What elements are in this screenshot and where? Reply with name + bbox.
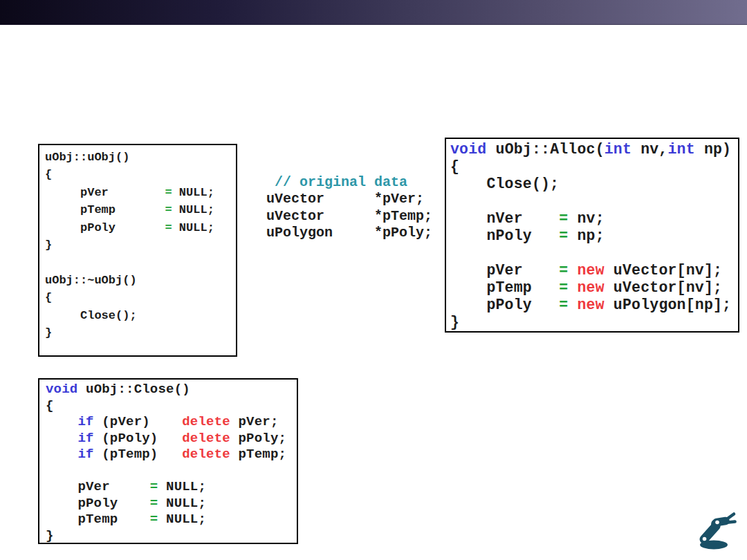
code-token: np) bbox=[695, 141, 731, 158]
code-token: } bbox=[46, 528, 54, 543]
code-token: if bbox=[77, 447, 93, 462]
robot-arm-icon bbox=[695, 511, 737, 550]
code-line: nPoly = np; bbox=[450, 227, 734, 245]
code-token bbox=[46, 447, 77, 462]
code-token: = bbox=[559, 279, 568, 296]
code-token: = bbox=[150, 479, 158, 494]
code-line: pVer = new uVector[nv]; bbox=[450, 262, 734, 279]
code-line: { bbox=[45, 289, 230, 306]
code-line: { bbox=[45, 166, 230, 183]
code-line: { bbox=[46, 398, 290, 415]
code-token bbox=[46, 414, 77, 429]
code-token: { bbox=[46, 398, 54, 413]
code-line: uPolygon *pPoly; bbox=[266, 225, 432, 241]
code-line: pTemp = new uVector[nv]; bbox=[450, 279, 734, 297]
code-token: uVector *pVer; bbox=[266, 191, 424, 207]
code-token: void bbox=[46, 382, 77, 397]
code-line: pVer = NULL; bbox=[46, 479, 290, 496]
code-line: if (pPoly) delete pPoly; bbox=[46, 431, 290, 447]
code-line bbox=[46, 463, 290, 480]
code-token: = bbox=[559, 297, 568, 313]
code-token: nVer bbox=[450, 210, 559, 227]
code-token: pVer bbox=[45, 186, 165, 199]
code-token: pVer bbox=[450, 262, 559, 279]
code-token: int bbox=[605, 141, 631, 158]
code-line: Close(); bbox=[450, 176, 734, 193]
code-token: (pVer) bbox=[94, 414, 183, 429]
code-token: uObj::~uObj() bbox=[45, 274, 137, 287]
code-token: pTemp; bbox=[230, 447, 286, 462]
code-token: pPoly bbox=[450, 297, 559, 313]
code-line: pPoly = new uPolygon[np]; bbox=[450, 297, 734, 314]
code-token: np; bbox=[568, 227, 604, 244]
code-box-constructor-destructor: uObj::uObj(){ pVer = NULL; pTemp = NULL;… bbox=[38, 144, 237, 357]
code-token: // original data bbox=[266, 174, 407, 190]
code-token: new bbox=[577, 279, 604, 296]
code-token: Close(); bbox=[450, 176, 559, 192]
code-token: uObj::uObj() bbox=[45, 151, 129, 164]
code-token: delete bbox=[182, 431, 230, 446]
code-line: pTemp = NULL; bbox=[45, 201, 230, 218]
code-token: NULL; bbox=[158, 479, 206, 494]
code-token: = bbox=[165, 186, 172, 199]
code-token: pTemp bbox=[46, 512, 150, 527]
code-line: void uObj::Close() bbox=[46, 382, 290, 398]
code-line: pPoly = NULL; bbox=[46, 496, 290, 512]
code-token: pPoly bbox=[45, 221, 165, 234]
code-box-alloc-method: void uObj::Alloc(int nv,int np){ Close()… bbox=[445, 138, 739, 333]
code-token: } bbox=[45, 326, 52, 339]
code-line: { bbox=[450, 158, 734, 176]
code-token: uObj::Alloc( bbox=[486, 141, 604, 158]
code-token: uVector *pTemp; bbox=[266, 208, 432, 224]
code-token: void bbox=[450, 141, 486, 158]
code-line bbox=[45, 254, 230, 271]
code-line: if (pTemp) delete pTemp; bbox=[46, 447, 290, 463]
code-token: NULL; bbox=[172, 221, 214, 234]
code-token: uObj::Close() bbox=[77, 382, 190, 397]
code-line: uVector *pTemp; bbox=[266, 208, 432, 225]
code-token: { bbox=[450, 158, 459, 175]
code-token: Close(); bbox=[45, 309, 137, 322]
code-token: = bbox=[165, 221, 172, 234]
code-line: uVector *pVer; bbox=[266, 191, 432, 207]
code-token: NULL; bbox=[172, 186, 214, 199]
code-line bbox=[450, 193, 734, 210]
code-token: nv, bbox=[631, 141, 667, 158]
code-token: new bbox=[577, 297, 604, 313]
code-line: void uObj::Alloc(int nv,int np) bbox=[450, 141, 734, 158]
code-line: } bbox=[45, 236, 230, 254]
code-line: pPoly = NULL; bbox=[45, 219, 230, 236]
code-token: nPoly bbox=[450, 227, 559, 244]
code-token: nv; bbox=[568, 210, 604, 227]
code-token: pTemp bbox=[45, 203, 165, 216]
code-token: pTemp bbox=[450, 279, 559, 296]
code-token: } bbox=[45, 239, 52, 252]
code-line: // original data bbox=[266, 174, 432, 191]
code-token: pVer; bbox=[230, 414, 279, 429]
code-line bbox=[450, 245, 734, 262]
code-token: uPolygon[np]; bbox=[605, 297, 731, 313]
code-box-close-method: void uObj::Close(){ if (pVer) delete pVe… bbox=[38, 378, 298, 544]
code-token: = bbox=[559, 227, 568, 244]
code-token: pPoly bbox=[46, 496, 150, 511]
code-token bbox=[568, 297, 577, 313]
code-token: if bbox=[77, 414, 93, 429]
code-token: int bbox=[667, 141, 694, 158]
code-line: } bbox=[45, 324, 230, 342]
code-block-original-data-declarations: // original datauVector *pVer;uVector *p… bbox=[266, 174, 432, 242]
code-token: = bbox=[150, 496, 158, 511]
code-token: (pPoly) bbox=[94, 431, 183, 446]
robot-arm-logo bbox=[695, 511, 737, 550]
code-token bbox=[568, 279, 577, 296]
slide-header-bar bbox=[0, 0, 747, 25]
code-token: NULL; bbox=[172, 203, 214, 216]
code-line: } bbox=[450, 314, 734, 331]
code-token: = bbox=[165, 203, 172, 216]
code-token: { bbox=[45, 168, 52, 181]
code-token: = bbox=[150, 512, 158, 527]
code-token bbox=[46, 431, 77, 446]
code-token: = bbox=[559, 262, 568, 279]
code-token: (pTemp) bbox=[94, 447, 183, 462]
code-token: NULL; bbox=[158, 512, 206, 527]
code-token: uVector[nv]; bbox=[605, 262, 722, 279]
